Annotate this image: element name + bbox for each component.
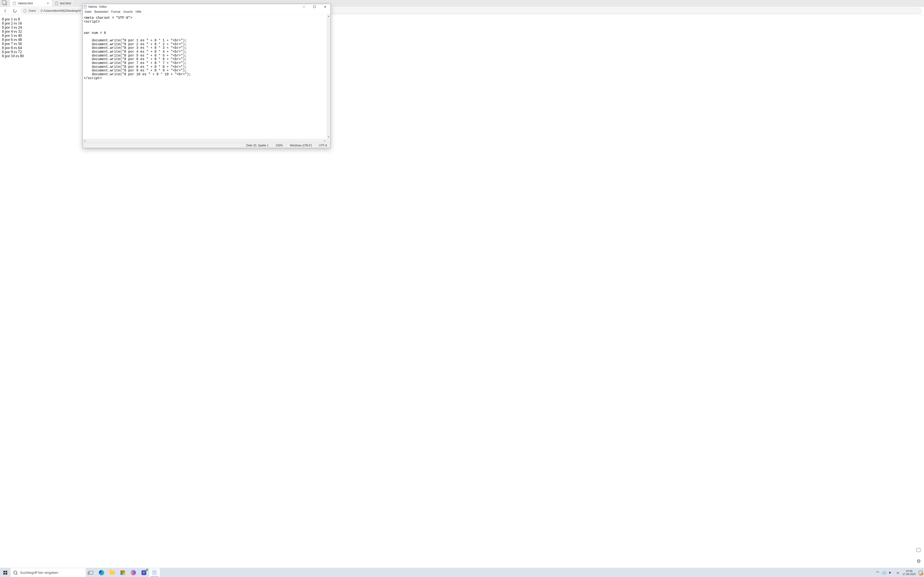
text-editor[interactable]: <meta charset = "UTF-8"> <script> var nu… — [83, 14, 326, 139]
tab-title: Valeria.html — [18, 2, 33, 5]
taskbar: Suchbegriff hier eingeben ∞ 22:56 17.04.… — [0, 568, 924, 577]
back-button[interactable] — [2, 8, 9, 14]
tab-well-icon — [3, 2, 7, 5]
tab-title: test.html — [60, 2, 71, 5]
scroll-right-button[interactable]: ▸ — [323, 139, 326, 143]
store-icon — [120, 570, 125, 575]
close-tab-button[interactable]: ✕ — [47, 2, 49, 5]
folder-icon — [110, 571, 115, 575]
onedrive-icon[interactable] — [882, 571, 886, 575]
notepad-titlebar[interactable]: Valeria - Editor ✕ — [83, 4, 330, 10]
chevron-up-icon — [876, 571, 879, 574]
taskbar-notepad[interactable] — [149, 568, 160, 577]
menu-help[interactable]: Hilfe — [134, 10, 142, 13]
file-icon — [55, 2, 58, 5]
status-cursor: Zeile 20, Spalte 1 — [242, 143, 272, 148]
status-zoom: 100% — [272, 143, 286, 148]
url-scheme: Datei — [29, 9, 36, 13]
menu-file[interactable]: Datei — [84, 10, 92, 13]
tray-overflow-button[interactable] — [876, 571, 879, 575]
taskbar-apps — [86, 568, 160, 577]
status-badge — [146, 569, 148, 571]
cloud-sync-icon[interactable]: ∞ — [896, 571, 900, 575]
tab-actions-button[interactable] — [0, 0, 10, 6]
edge-icon — [99, 570, 104, 575]
notification-count: 5 — [921, 573, 923, 575]
taskbar-edge[interactable] — [96, 568, 107, 577]
notepad-statusbar: Zeile 20, Spalte 1 100% Windows (CRLF) U… — [83, 143, 330, 148]
status-encoding: UTF-8 — [315, 143, 330, 148]
windows-icon — [3, 571, 7, 575]
arrow-left-icon — [4, 9, 8, 12]
action-center-button[interactable]: 5 — [919, 571, 922, 575]
minimize-button[interactable] — [299, 4, 309, 10]
taskbar-store[interactable] — [118, 568, 128, 577]
sidebar-toggle-button[interactable] — [916, 548, 921, 553]
notepad-menubar: Datei Bearbeiten Format Ansicht Hilfe — [83, 10, 330, 14]
browser-side-panel: ⚙ — [914, 15, 924, 568]
copilot-icon — [131, 570, 136, 575]
url-path: C:/Users/divnr092/Desktop/V — [41, 9, 81, 13]
start-button[interactable] — [0, 568, 11, 577]
resize-grip[interactable] — [326, 139, 330, 143]
site-info-icon[interactable]: i — [23, 9, 27, 13]
taskbar-copilot[interactable] — [128, 568, 139, 577]
window-title: Valeria - Editor — [88, 5, 107, 8]
tab-valeria[interactable]: Valeria.html ✕ — [10, 0, 52, 6]
task-view-button[interactable] — [86, 568, 96, 577]
volume-button[interactable] — [889, 571, 893, 575]
clock-time: 22:56 — [906, 569, 913, 572]
editor-area: <meta charset = "UTF-8"> <script> var nu… — [83, 14, 330, 143]
panel-icon — [916, 548, 921, 552]
reload-icon — [13, 8, 17, 13]
clock-date: 17.04.2023 — [903, 573, 916, 575]
notepad-window: Valeria - Editor ✕ Datei Bearbeiten Form… — [82, 4, 331, 148]
reload-button[interactable] — [11, 8, 18, 14]
scroll-down-button[interactable]: ▾ — [326, 135, 330, 139]
menu-edit[interactable]: Bearbeiten — [94, 10, 109, 13]
taskbar-clock[interactable]: 22:56 17.04.2023 — [903, 569, 916, 575]
gear-icon: ⚙ — [916, 558, 921, 564]
scroll-up-button[interactable]: ▴ — [326, 14, 330, 18]
search-placeholder: Suchbegriff hier eingeben — [20, 571, 58, 575]
teams-icon — [142, 570, 146, 575]
cloud-icon — [882, 572, 886, 574]
search-icon — [13, 571, 17, 574]
close-button[interactable]: ✕ — [320, 4, 330, 10]
system-tray: ∞ 22:56 17.04.2023 5 — [874, 568, 924, 577]
vertical-scrollbar[interactable]: ▴ ▾ — [326, 14, 330, 139]
speaker-icon — [889, 572, 893, 574]
scroll-left-button[interactable]: ◂ — [83, 139, 87, 143]
notepad-icon — [153, 570, 157, 575]
file-icon — [13, 2, 16, 5]
notepad-app-icon — [84, 5, 87, 8]
close-icon: ✕ — [324, 5, 326, 8]
url-separator: | — [38, 9, 39, 13]
maximize-icon — [313, 5, 316, 8]
horizontal-scrollbar[interactable]: ◂ ▸ — [83, 139, 326, 143]
menu-view[interactable]: Ansicht — [122, 10, 134, 13]
taskbar-explorer[interactable] — [107, 568, 118, 577]
menu-format[interactable]: Format — [110, 10, 121, 13]
settings-button[interactable]: ⚙ — [916, 559, 921, 564]
status-eol: Windows (CRLF) — [286, 143, 315, 148]
maximize-button[interactable] — [309, 4, 320, 10]
task-view-icon — [89, 571, 93, 574]
taskbar-search[interactable]: Suchbegriff hier eingeben — [11, 568, 86, 577]
tab-test[interactable]: test.html — [52, 0, 74, 6]
taskbar-teams[interactable] — [139, 568, 149, 577]
